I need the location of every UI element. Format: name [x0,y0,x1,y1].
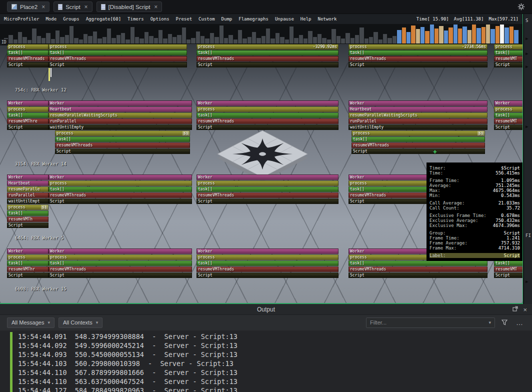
profiler-bar[interactable]: resumeVMThreads [196,56,338,62]
profiler-bar[interactable]: task[] [196,186,338,192]
profiler-bar[interactable]: processsi [55,130,190,136]
profiler-bar[interactable]: Heartbeat [48,106,192,112]
frame-bar[interactable] [318,34,322,44]
profiler-bar[interactable]: Worker [48,174,192,180]
profiler-bar[interactable]: Script [196,62,338,68]
profiler-bar[interactable]: resumeVMThreads [196,192,338,198]
close-panel-icon[interactable]: × [523,306,527,314]
profiler-bar[interactable]: resumeParallelWaitingScripts [48,112,192,118]
frame-bar[interactable] [350,38,354,44]
frame-bar[interactable] [252,32,256,44]
profiler-bar[interactable]: Script [7,62,48,68]
profiler-bar[interactable]: resumeVMThre [7,118,48,124]
frame-bar[interactable] [220,26,224,44]
frame-bar[interactable] [46,33,50,44]
tab-place2[interactable]: Place2 × [7,2,50,12]
menu-item-aggregate-60-[interactable]: Aggregate[60] [86,16,121,22]
frame-bar[interactable] [65,35,69,44]
frame-bar[interactable] [107,28,111,44]
frame-bar[interactable] [322,38,326,44]
frame-bar[interactable] [327,40,331,44]
profiler-bar[interactable]: Script [7,272,48,278]
menu-item-flamegraphs[interactable]: Flamegraphs [238,16,268,22]
frame-bar[interactable] [369,37,373,44]
profiler-bar[interactable]: Worker [494,100,523,106]
more-options-button[interactable]: … [514,318,525,328]
frame-bar[interactable] [476,28,480,44]
dock-tab-label[interactable]: FI [526,233,531,238]
frame-bar[interactable] [360,28,364,44]
dock-expand-arrow[interactable]: ▶ [526,64,528,69]
profiler-bar[interactable]: Script [196,272,338,278]
dock-expand-arrow[interactable]: ▶ [526,279,528,284]
settings-gear-icon[interactable] [518,3,525,10]
frame-time-graph[interactable] [0,24,522,44]
profiler-bar[interactable]: processsi [7,204,48,210]
frame-bar[interactable] [346,33,350,44]
profiler-bar[interactable]: Script [196,198,338,204]
frame-bar[interactable] [313,37,317,44]
output-log-line[interactable]: 15:54:44.110 563.6375000467524 - Server … [18,377,532,386]
output-log-line[interactable]: 15:54:44.127 584.7884999820963 - Server … [18,386,532,392]
frame-bar[interactable] [14,40,18,44]
tab-disabled-script[interactable]: [Disabled] Script × [96,2,162,12]
profiler-bar[interactable]: task[] [196,50,338,56]
frame-bar[interactable] [425,31,429,44]
profiler-bar[interactable]: waitUntilEmpt [7,198,48,204]
frame-bar[interactable] [364,38,368,44]
frame-bar[interactable] [28,40,32,44]
menu-item-preset[interactable]: Preset [176,16,192,22]
frame-bar[interactable] [88,36,92,44]
profiler-bar[interactable]: process [48,180,192,186]
frame-bar[interactable] [434,28,438,44]
profiler-bar[interactable]: resumeVMThr [7,266,48,272]
frame-bar[interactable] [504,28,508,44]
profiler-bar[interactable]: task[] [48,50,187,56]
frame-bar[interactable] [266,28,270,44]
profiler-bar[interactable]: Worker [7,100,48,106]
profiler-bar[interactable]: Script [494,124,523,130]
profiler-bar[interactable]: waitUntilEmpty [348,124,488,130]
frame-bar[interactable] [439,26,443,44]
filter-funnel-icon[interactable] [499,318,510,328]
frame-bar[interactable] [341,38,345,44]
profiler-bar[interactable]: Script [494,62,523,68]
frame-bar[interactable] [486,24,490,44]
frame-bar[interactable] [454,24,458,44]
frame-bar[interactable] [304,38,308,44]
frame-bar[interactable] [116,35,120,44]
frame-bar[interactable] [135,37,139,44]
close-tab-icon[interactable]: × [154,4,158,10]
profiler-bar[interactable]: process [48,254,192,260]
profiler-bar[interactable]: runParallel [348,118,488,124]
profiler-bar[interactable]: Worker [7,248,48,254]
frame-bar[interactable] [482,27,486,44]
frame-bar[interactable] [242,38,246,44]
profiler-bar[interactable]: waitUntilEmpty [48,124,192,130]
profiler-bar[interactable]: task[] [48,260,192,266]
frame-bar[interactable] [70,26,74,44]
frame-bar[interactable] [270,38,274,44]
profiler-bar[interactable]: resumeVMT [494,56,523,62]
frame-bar[interactable] [130,27,134,44]
profiler-bar[interactable]: Worker [48,100,192,106]
profiler-bar[interactable]: task[] [348,50,488,56]
profiler-bar[interactable]: resumeVMT [494,118,523,124]
frame-bar[interactable] [98,38,102,44]
profiler-bar[interactable]: resumeVMTh [7,216,48,222]
menu-item-dump[interactable]: Dump [222,16,232,22]
frame-bar[interactable] [112,38,116,44]
frame-bar[interactable] [514,30,518,44]
profiler-bar[interactable]: runParallel [48,118,192,124]
profiler-bar[interactable]: task[] [494,260,523,266]
profiler-bar[interactable]: task[] [55,136,190,142]
profiler-bar[interactable]: Script [7,124,48,130]
profiler-bar[interactable]: resumeVMThreads [48,56,187,62]
frame-bar[interactable] [383,34,387,44]
frame-bar[interactable] [60,37,64,44]
frame-bar[interactable] [42,38,46,44]
frame-bar[interactable] [496,26,500,44]
frame-bar[interactable] [299,35,303,44]
frame-bar[interactable] [468,30,472,44]
frame-bar[interactable] [462,26,466,44]
